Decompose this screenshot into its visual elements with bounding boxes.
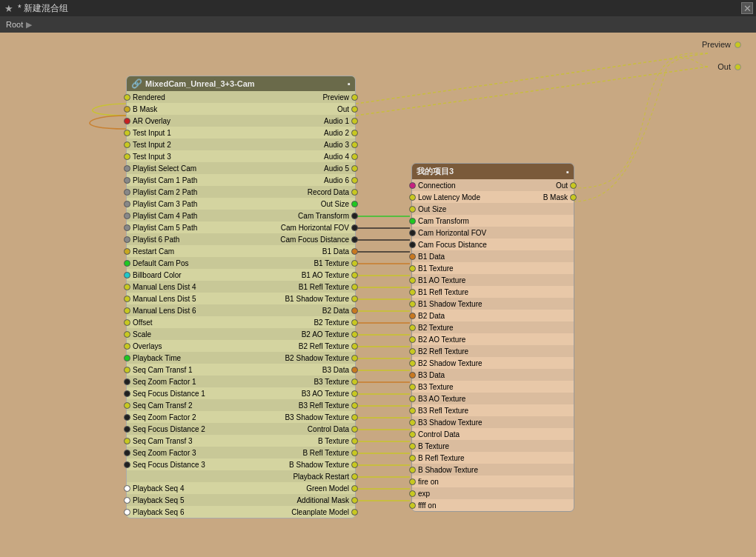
port-dot[interactable] — [409, 324, 416, 331]
port-dot[interactable] — [124, 390, 130, 397]
port-dot[interactable] — [351, 473, 358, 480]
port-dot[interactable] — [409, 372, 416, 378]
port-dot[interactable] — [124, 118, 130, 124]
port-dot[interactable] — [124, 213, 130, 219]
right-dot-out-dot[interactable] — [735, 64, 741, 70]
port-dot[interactable] — [409, 407, 416, 414]
port-dot[interactable] — [409, 336, 416, 343]
port-dot[interactable] — [409, 182, 416, 189]
port-dot[interactable] — [409, 241, 416, 248]
port-dot[interactable] — [351, 485, 358, 492]
port-dot[interactable] — [351, 414, 358, 421]
port-dot[interactable] — [351, 402, 358, 409]
port-dot[interactable] — [351, 296, 358, 302]
port-dot[interactable] — [124, 402, 130, 409]
port-dot[interactable] — [570, 194, 577, 201]
port-dot[interactable] — [351, 355, 358, 361]
port-dot[interactable] — [124, 497, 130, 504]
port-dot[interactable] — [409, 396, 416, 402]
port-dot[interactable] — [409, 384, 416, 390]
port-dot[interactable] — [124, 319, 130, 326]
port-dot[interactable] — [124, 165, 130, 172]
port-dot[interactable] — [351, 118, 358, 124]
port-dot[interactable] — [124, 224, 130, 231]
port-dot[interactable] — [409, 431, 416, 438]
port-dot[interactable] — [124, 153, 130, 160]
port-dot[interactable] — [124, 509, 130, 516]
port-dot[interactable] — [124, 355, 130, 361]
port-dot[interactable] — [351, 378, 358, 385]
port-dot[interactable] — [124, 307, 130, 314]
port-dot[interactable] — [409, 194, 416, 201]
port-dot[interactable] — [124, 378, 130, 385]
port-dot[interactable] — [409, 478, 416, 485]
port-dot[interactable] — [351, 165, 358, 172]
port-dot[interactable] — [351, 331, 358, 338]
port-dot[interactable] — [351, 177, 358, 184]
port-dot[interactable] — [124, 331, 130, 338]
port-dot[interactable] — [124, 272, 130, 278]
port-dot[interactable] — [351, 272, 358, 278]
port-dot[interactable] — [351, 497, 358, 504]
port-dot[interactable] — [124, 485, 130, 492]
port-dot[interactable] — [351, 260, 358, 267]
port-dot[interactable] — [409, 277, 416, 284]
port-dot[interactable] — [351, 141, 358, 148]
main-node-collapse[interactable]: ▪ — [348, 79, 351, 88]
port-dot[interactable] — [124, 260, 130, 267]
port-dot[interactable] — [409, 455, 416, 461]
port-dot[interactable] — [124, 236, 130, 243]
port-dot[interactable] — [351, 248, 358, 255]
port-dot[interactable] — [124, 177, 130, 184]
port-dot[interactable] — [124, 284, 130, 290]
port-dot[interactable] — [351, 319, 358, 326]
port-dot[interactable] — [409, 313, 416, 319]
port-dot[interactable] — [124, 414, 130, 421]
port-dot[interactable] — [409, 253, 416, 260]
port-dot[interactable] — [409, 218, 416, 224]
port-dot[interactable] — [409, 206, 416, 213]
port-dot[interactable] — [124, 94, 130, 101]
port-dot[interactable] — [124, 296, 130, 302]
port-dot[interactable] — [124, 343, 130, 350]
port-dot[interactable] — [351, 224, 358, 231]
port-dot[interactable] — [409, 301, 416, 307]
port-dot[interactable] — [351, 213, 358, 219]
port-dot[interactable] — [409, 289, 416, 296]
port-dot[interactable] — [409, 265, 416, 272]
right-dot-preview-dot[interactable] — [735, 41, 741, 48]
port-dot[interactable] — [351, 426, 358, 433]
port-dot[interactable] — [351, 130, 358, 136]
port-dot[interactable] — [409, 502, 416, 509]
port-dot[interactable] — [409, 443, 416, 450]
port-dot[interactable] — [351, 153, 358, 160]
port-dot[interactable] — [124, 130, 130, 136]
port-dot[interactable] — [409, 348, 416, 355]
port-dot[interactable] — [124, 248, 130, 255]
port-dot[interactable] — [409, 230, 416, 236]
port-dot[interactable] — [351, 307, 358, 314]
port-dot[interactable] — [124, 450, 130, 456]
port-dot[interactable] — [351, 94, 358, 101]
port-dot[interactable] — [351, 438, 358, 444]
port-dot[interactable] — [351, 390, 358, 397]
port-dot[interactable] — [409, 490, 416, 497]
close-button[interactable]: ✕ — [741, 2, 753, 14]
port-dot[interactable] — [351, 236, 358, 243]
port-dot[interactable] — [351, 509, 358, 516]
port-dot[interactable] — [570, 182, 577, 189]
port-dot[interactable] — [124, 141, 130, 148]
port-dot[interactable] — [351, 189, 358, 196]
port-dot[interactable] — [124, 106, 130, 113]
port-dot[interactable] — [409, 360, 416, 367]
port-dot[interactable] — [351, 461, 358, 468]
port-dot[interactable] — [124, 426, 130, 433]
port-dot[interactable] — [351, 343, 358, 350]
port-dot[interactable] — [351, 367, 358, 373]
port-dot[interactable] — [351, 284, 358, 290]
port-dot[interactable] — [124, 461, 130, 468]
small-node-collapse[interactable]: ▪ — [566, 167, 569, 176]
port-dot[interactable] — [124, 367, 130, 373]
port-dot[interactable] — [351, 201, 358, 207]
port-dot[interactable] — [124, 201, 130, 207]
